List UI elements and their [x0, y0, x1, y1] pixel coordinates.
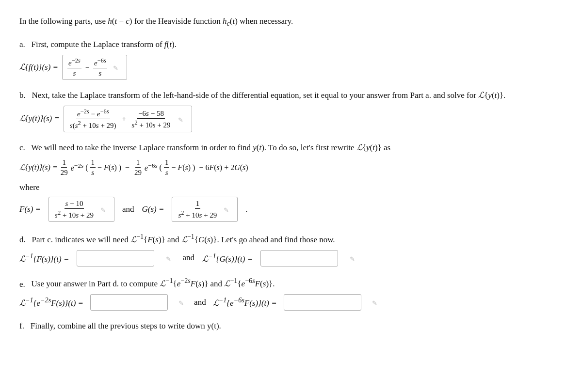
part-a-text: First, compute the Laplace transform of …: [32, 40, 177, 49]
part-a-edit-icon[interactable]: ✎: [113, 63, 122, 72]
part-c-coeff1: 1 29: [60, 158, 69, 177]
and-d: and: [182, 251, 194, 265]
frac-b-left-num: e−2s − e−6s: [76, 108, 110, 119]
part-b-answer-box[interactable]: e−2s − e−6s s(s2 + 10s + 29) + −6s − 58 …: [64, 106, 193, 132]
frac-numerator: e−2s: [67, 57, 81, 68]
part-b-label: b. Next, take the Laplace transform of t…: [19, 89, 563, 103]
frac-1-s-b: 1 s: [164, 158, 170, 177]
Gs-lhs: G(s) =: [142, 203, 164, 217]
part-c-label: c. We will need to take the inverse Lapl…: [19, 141, 563, 155]
part-a-letter: a.: [19, 40, 25, 49]
part-f: f. Finally, combine all the previous ste…: [19, 319, 563, 333]
frac-denominator2: s: [97, 68, 102, 78]
part-e-formula-row: ℒ−1{e−2sF(s)}(t) = ✎ and ℒ−1{e−6sF(s)}(t…: [19, 294, 563, 311]
part-c-paren4: ): [193, 161, 195, 174]
part-a-answer-box[interactable]: e−2s s − e−6s s ✎: [62, 55, 127, 80]
inv-Fs-answer-box[interactable]: [77, 250, 154, 267]
inv-Gs-lhs: ℒ−1{G(s)}(t) =: [202, 250, 253, 267]
frac-e-2s-over-s: e−2s s: [67, 57, 81, 78]
part-c-minus3: − F(s): [171, 161, 191, 174]
Fs-box[interactable]: s + 10 s2 + 10s + 29 ✎: [48, 197, 114, 222]
frac-Fs: s + 10 s2 + 10s + 29: [54, 199, 95, 220]
plus-sign-b: +: [120, 113, 128, 125]
Gs-edit-icon[interactable]: ✎: [224, 205, 232, 214]
part-a-lhs: ℒ{f(t)}(s) =: [19, 61, 58, 75]
Fs-edit-icon[interactable]: ✎: [100, 205, 109, 214]
frac-1-29-b: 1 29: [133, 158, 143, 177]
part-c-rest: − 6F(s) + 2G(s): [197, 161, 248, 174]
part-d-text: Part c. indicates we will need ℒ−1{F(s)}…: [32, 235, 335, 244]
part-b-lhs: ℒ{y(t)}(s) =: [19, 112, 60, 126]
inv-e2s-edit-icon[interactable]: ✎: [178, 298, 187, 307]
part-c-lhs: ℒ{y(t)}(s) =: [19, 161, 58, 174]
part-d-formula-row: ℒ−1{F(s)}(t) = ✎ and ℒ−1{G(s)}(t) = ✎: [19, 250, 563, 267]
inv-e6s-edit-icon[interactable]: ✎: [372, 298, 381, 307]
part-c-e2s: e−2s: [71, 160, 83, 175]
part-d-letter: d.: [19, 235, 26, 244]
frac-1-29-a: 1 29: [60, 158, 69, 177]
part-c-paren1: (: [85, 161, 88, 174]
frac-b-right-den: s2 + 10s + 29: [131, 119, 172, 129]
part-c-paren3: (: [160, 161, 162, 174]
inv-Gs-answer-box[interactable]: [260, 250, 338, 267]
inv-e2s-lhs: ℒ−1{e−2sF(s)}(t) =: [19, 294, 83, 311]
part-a: a. First, compute the Laplace transform …: [19, 38, 563, 80]
part-d-label: d. Part c. indicates we will need ℒ−1{F(…: [19, 231, 563, 247]
part-c-text: We will need to take the inverse Laplace…: [31, 143, 390, 152]
where-label: where: [19, 181, 563, 195]
frac-b-left: e−2s − e−6s s(s2 + 10s + 29): [69, 108, 117, 130]
part-e-letter: e.: [19, 279, 25, 288]
part-c-minus2: −: [123, 161, 131, 174]
frac-b-right-num: −6s − 58: [137, 109, 165, 119]
part-c-formula-row: ℒ{y(t)}(s) = 1 29 e−2s ( 1 s − F(s) ) − …: [19, 158, 563, 177]
part-a-label: a. First, compute the Laplace transform …: [19, 38, 563, 52]
part-c-minus1: − F(s): [97, 161, 117, 174]
inv-e6s-lhs: ℒ−1{e−6sF(s)}(t) =: [213, 294, 277, 311]
frac-numerator2: e−6s: [93, 57, 107, 68]
part-e-text: Use your answer in Part d. to compute ℒ−…: [32, 279, 275, 288]
part-c-letter: c.: [19, 143, 25, 152]
and-c: and: [122, 203, 134, 217]
part-c-where-row: F(s) = s + 10 s2 + 10s + 29 ✎ and G(s) =…: [19, 197, 563, 222]
part-a-formula-row: ℒ{f(t)}(s) = e−2s s − e−6s s ✎: [19, 55, 563, 80]
Gs-num: 1: [195, 199, 201, 209]
frac-denominator: s: [72, 68, 77, 78]
page-header: In the following parts, use h(t − c) for…: [19, 15, 563, 29]
frac-b-left-den: s(s2 + 10s + 29): [69, 119, 117, 130]
part-c-paren2: ): [119, 161, 121, 174]
Fs-num: s + 10: [65, 199, 84, 209]
Fs-den: s2 + 10s + 29: [54, 209, 95, 220]
part-a-frac1: e−2s s: [67, 57, 81, 78]
inv-e6s-answer-box[interactable]: [284, 294, 361, 311]
and-e: and: [194, 296, 206, 310]
frac-Gs: 1 s2 + 10s + 29: [177, 199, 218, 220]
Fs-lhs: F(s) =: [19, 203, 41, 217]
part-f-label: f. Finally, combine all the previous ste…: [19, 319, 563, 333]
part-c-e6s: e−6s: [145, 160, 157, 175]
part-b: b. Next, take the Laplace transform of t…: [19, 89, 563, 132]
part-b-letter: b.: [19, 91, 26, 100]
part-c: c. We will need to take the inverse Lapl…: [19, 141, 563, 222]
Gs-box[interactable]: 1 s2 + 10s + 29 ✎: [172, 197, 238, 222]
minus-sign-a: −: [83, 62, 91, 74]
frac-1-s-a: 1 s: [90, 158, 96, 177]
part-a-frac2: e−6s s: [93, 57, 107, 78]
part-f-text: Finally, combine all the previous steps …: [31, 321, 221, 330]
part-d: d. Part c. indicates we will need ℒ−1{F(…: [19, 231, 563, 267]
part-e-label: e. Use your answer in Part d. to compute…: [19, 275, 563, 292]
frac-e-6s-over-s: e−6s s: [93, 57, 107, 78]
period-c: .: [245, 203, 247, 217]
frac-b-right: −6s − 58 s2 + 10s + 29: [131, 109, 172, 129]
part-f-letter: f.: [19, 321, 24, 330]
part-b-edit-icon[interactable]: ✎: [178, 115, 187, 124]
inv-Fs-lhs: ℒ−1{F(s)}(t) =: [19, 250, 69, 267]
inv-e2s-answer-box[interactable]: [90, 294, 168, 311]
inv-Fs-edit-icon[interactable]: ✎: [166, 254, 175, 263]
inv-Gs-edit-icon[interactable]: ✎: [350, 254, 358, 263]
Gs-den: s2 + 10s + 29: [177, 209, 218, 220]
part-b-formula-row: ℒ{y(t)}(s) = e−2s − e−6s s(s2 + 10s + 29…: [19, 106, 563, 132]
part-b-text: Next, take the Laplace transform of the …: [32, 91, 506, 100]
header-text: In the following parts, use h(t − c) for…: [19, 16, 293, 26]
part-e: e. Use your answer in Part d. to compute…: [19, 275, 563, 311]
